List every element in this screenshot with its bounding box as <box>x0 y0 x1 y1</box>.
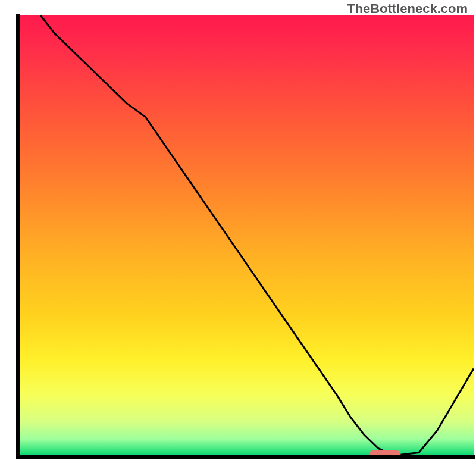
watermark-text: TheBottleneck.com <box>347 1 468 17</box>
chart-container: TheBottleneck.com <box>0 0 476 476</box>
plot-background-gradient <box>18 15 474 457</box>
bottleneck-chart <box>0 0 476 476</box>
